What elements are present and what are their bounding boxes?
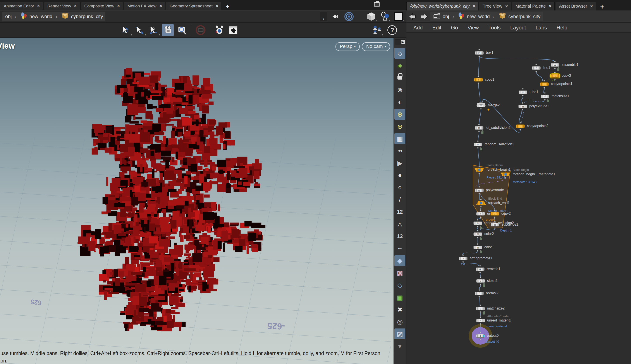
output-dot[interactable] [478, 130, 480, 132]
node-body[interactable]: ● [490, 212, 499, 216]
input-dot[interactable] [480, 199, 482, 200]
output-dot[interactable] [535, 70, 537, 72]
uv-checker-toggle[interactable]: ▩ [394, 268, 405, 278]
reference-plane-toggle[interactable]: ◈ [394, 60, 405, 71]
node-body[interactable]: ● [551, 74, 559, 78]
node-body[interactable]: ▤ [475, 188, 484, 192]
output-dot[interactable] [543, 87, 545, 88]
snapshot-camera-button-icon[interactable] [214, 24, 225, 36]
node-tube1[interactable]: ▯tube1 [519, 90, 527, 94]
pane-maximize-icon[interactable] [374, 2, 379, 6]
construction-plane-toggle[interactable]: ◇ [394, 48, 405, 59]
prim-numbers-toggle[interactable]: 12 [394, 231, 405, 242]
help-button[interactable]: ? [387, 25, 397, 35]
tab-tree-view[interactable]: Tree View× [479, 2, 511, 10]
menu-go[interactable]: Go [451, 25, 458, 31]
node-body[interactable]: : [540, 82, 549, 86]
input-dot[interactable] [480, 101, 482, 103]
frame-selection-tool-icon[interactable] [176, 24, 188, 36]
high-quality-display-toggle[interactable]: ▦ [394, 133, 405, 144]
node-body[interactable]: : [516, 124, 525, 128]
tab-close-icon[interactable]: × [37, 4, 40, 8]
node-copy3[interactable]: ●copy3 [551, 74, 559, 78]
sky-light-toggle[interactable]: ⊕ [394, 121, 405, 132]
new-tab-button[interactable]: + [222, 2, 233, 10]
input-dot[interactable] [535, 64, 537, 66]
node-clean2[interactable]: /clean2 [476, 279, 485, 283]
tab-close-icon[interactable]: × [549, 4, 552, 9]
node-group1[interactable]: ○group1group1 [476, 212, 485, 216]
node-foreach_begin1[interactable]: foreach_begin1Block BeginPiece : 39143 [474, 168, 484, 172]
output-dot[interactable] [477, 147, 479, 149]
visualizer-ring-toggle[interactable]: ◎ [394, 316, 405, 327]
node-body[interactable]: ◆ [476, 334, 485, 338]
node-body[interactable]: + [476, 319, 485, 322]
deformed-grid-toggle[interactable]: ▣ [394, 292, 405, 303]
input-dot[interactable] [462, 254, 464, 256]
dimmer-toggle[interactable]: ◐ [394, 96, 405, 108]
stereo-glasses-toggle[interactable]: ∞ [394, 146, 405, 156]
input-dot[interactable] [554, 72, 556, 73]
node-subdivide1[interactable]: ▦subdivide1Depth: 1 [491, 223, 499, 226]
node-copytopoints1[interactable]: :copytopoints1 [540, 82, 549, 86]
camera-menu-button[interactable]: No cam▾ [362, 42, 390, 51]
input-dot[interactable] [480, 210, 481, 211]
node-color2[interactable]: ▧color2 [473, 232, 482, 236]
input-dot[interactable] [477, 243, 478, 245]
view-camera-tool-icon[interactable] [162, 24, 174, 36]
tab-close-icon[interactable]: × [505, 4, 508, 9]
node-polyextrude1[interactable]: ▤polyextrude1 [475, 188, 484, 192]
shaded-mode-toggle[interactable]: ◆ [394, 255, 405, 266]
input-dot[interactable] [480, 316, 481, 318]
tab-close-icon[interactable]: × [216, 4, 218, 8]
tab-obj-new-world-cyberpunk-city[interactable]: /obj/new_world/cyberpunk_city× [406, 2, 478, 10]
current-node-target-icon[interactable] [344, 11, 354, 22]
menu-edit[interactable]: Edit [432, 25, 441, 31]
output-dot[interactable] [480, 284, 481, 285]
node-matchsize1[interactable]: #matchsize1 [541, 94, 549, 98]
display-flag[interactable] [483, 334, 484, 337]
input-dot[interactable] [480, 277, 481, 278]
node-body[interactable]: % [474, 143, 482, 146]
output-dot[interactable] [480, 206, 482, 208]
input-dot[interactable] [519, 122, 521, 124]
breadcrumb-new-world[interactable]: new_world [18, 12, 55, 21]
projection-menu-button[interactable]: Persp▾ [335, 42, 360, 51]
node-unreal_material[interactable]: +unreal_materialAttribute Createunreal_m… [476, 319, 485, 322]
input-dot[interactable] [522, 102, 523, 104]
node-body[interactable]: ▧ [473, 246, 482, 249]
primitive-shapes-icon[interactable]: ▾ [379, 11, 390, 22]
select-tool-icon[interactable]: ▾ [134, 24, 146, 36]
output-dot[interactable] [478, 82, 479, 84]
input-dot[interactable] [480, 332, 481, 333]
node-body[interactable]: ∠ [475, 292, 484, 295]
input-dot[interactable] [543, 80, 545, 82]
blank-panel-icon[interactable]: ▾ [393, 11, 403, 22]
menu-view[interactable]: View [468, 25, 479, 31]
input-dot[interactable] [544, 92, 546, 94]
new-tab-button[interactable]: + [597, 3, 608, 10]
pane-expand-button[interactable]: ▶ [395, 39, 405, 45]
global-light-toggle[interactable]: ⊕ [394, 109, 405, 120]
node-attribpromote1[interactable]: ↗attribpromote1Cd [459, 257, 468, 260]
output-dot[interactable] [480, 108, 482, 110]
node-body[interactable]: ▦ [475, 126, 484, 130]
node-body[interactable]: ▯ [519, 90, 527, 94]
input-dot[interactable] [479, 265, 481, 266]
view-tool-icon[interactable]: ▾ [120, 24, 132, 36]
output-dot[interactable] [519, 129, 521, 130]
node-box1[interactable]: ▢box1 [475, 51, 484, 55]
output-dot[interactable] [494, 216, 495, 218]
input-dot[interactable] [478, 76, 479, 77]
node-body[interactable]: ▧ [473, 232, 482, 236]
breadcrumb-new-world[interactable]: new_world [455, 12, 492, 21]
output-dot[interactable] [479, 272, 481, 273]
output-dot[interactable] [480, 338, 481, 340]
output-dot[interactable] [478, 193, 480, 194]
input-dot[interactable] [554, 61, 556, 62]
node-random_selection2[interactable]: %random_selection2 [473, 222, 482, 225]
input-dot[interactable] [477, 140, 479, 142]
normals-fan-toggle[interactable]: ✖ [394, 304, 405, 315]
breadcrumb-obj[interactable]: obj [430, 12, 451, 21]
node-body[interactable]: ◉ [476, 268, 485, 271]
